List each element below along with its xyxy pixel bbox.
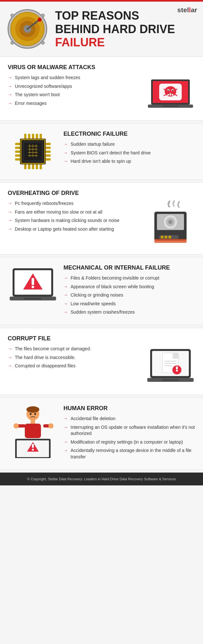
- list-item: System lags and sudden freezes: [8, 75, 140, 81]
- list-item: Unrecognized software/apps: [8, 83, 140, 90]
- section-virus: VIRUS OR MALWARE ATTACKS System lags and…: [0, 57, 203, 121]
- list-item: Modification of registry settings (in a …: [63, 439, 195, 446]
- section-virus-content: System lags and sudden freezes Unrecogni…: [8, 75, 140, 109]
- svg-rect-84: [173, 353, 179, 359]
- section-virus-image: [145, 75, 195, 113]
- svg-rect-47: [28, 164, 30, 169]
- section-mechanical: MECHANICAL OR INTERNAL FAILURE Files & F…: [0, 257, 203, 325]
- header: stellar TOP REASONS BE: [0, 2, 203, 54]
- list-item: Interrupting an OS update or software in…: [63, 424, 195, 437]
- list-item: Pc frequently reboots/freezes: [8, 200, 140, 207]
- section-human-title: HUMAN ERROR: [63, 405, 195, 412]
- list-item: Appearance of black screen while booting: [63, 284, 195, 290]
- section-mechanical-title: MECHANICAL OR INTERNAL FAILURE: [63, 264, 195, 271]
- list-item: Corrupted or disappeared files: [8, 363, 140, 369]
- list-item: Fans are either moving too slow or not a…: [8, 209, 140, 216]
- svg-rect-79: [24, 298, 42, 299]
- svg-rect-35: [15, 158, 20, 161]
- svg-point-96: [34, 413, 36, 415]
- svg-rect-42: [28, 134, 30, 139]
- header-hdd-image: [6, 7, 49, 51]
- svg-rect-98: [25, 424, 41, 438]
- svg-point-10: [41, 41, 44, 44]
- section-human-inner: HUMAN ERROR Accidental file deletion Int…: [8, 405, 195, 463]
- header-title-line3: FAILURE: [55, 36, 175, 49]
- svg-point-9: [11, 41, 14, 44]
- svg-rect-68: [169, 236, 171, 238]
- svg-rect-31: [15, 143, 20, 145]
- section-human-list: Accidental file deletion Interrupting an…: [63, 416, 195, 460]
- svg-point-77: [32, 286, 34, 288]
- list-item: The files become corrupt or damaged.: [8, 346, 140, 352]
- section-electronic: ELECTRONIC FAILURE Sudden startup failur…: [0, 123, 203, 180]
- header-text: TOP REASONS BEHIND HARD DRIVE FAILURE: [55, 9, 175, 49]
- section-overheat-content: Pc frequently reboots/freezes Fans are e…: [8, 200, 140, 235]
- list-item: Accidentally removing a storage device i…: [63, 447, 195, 460]
- section-virus-inner: System lags and sudden freezes Unrecogni…: [8, 75, 195, 113]
- svg-point-95: [30, 413, 32, 415]
- svg-rect-43: [32, 134, 34, 139]
- stellar-logo: stellar: [177, 6, 197, 14]
- svg-rect-36: [46, 143, 51, 145]
- svg-rect-97: [31, 420, 35, 424]
- list-item: Sudden startup failure: [63, 141, 195, 148]
- svg-rect-67: [165, 236, 167, 238]
- section-overheat-inner: Pc frequently reboots/freezes Fans are e…: [8, 200, 195, 247]
- svg-rect-27: [162, 106, 179, 107]
- svg-rect-34: [15, 154, 20, 157]
- svg-rect-89: [176, 366, 178, 369]
- section-electronic-image: [8, 131, 58, 172]
- section-electronic-inner: ELECTRONIC FAILURE Sudden startup failur…: [8, 131, 195, 172]
- svg-rect-39: [46, 154, 51, 157]
- svg-rect-37: [46, 147, 51, 149]
- section-virus-list: System lags and sudden freezes Unrecogni…: [8, 75, 140, 106]
- svg-rect-48: [32, 164, 34, 169]
- section-overheat-title: OVERHEATING OF DRIVE: [8, 190, 195, 197]
- section-corrupt-list: The files become corrupt or damaged. The…: [8, 346, 140, 369]
- svg-rect-38: [46, 151, 51, 153]
- header-title-line2: BEHIND HARD DRIVE: [55, 23, 175, 36]
- section-electronic-content: ELECTRONIC FAILURE Sudden startup failur…: [63, 131, 195, 167]
- svg-rect-66: [161, 236, 163, 238]
- svg-rect-33: [15, 151, 20, 153]
- svg-rect-22: [169, 94, 171, 96]
- svg-rect-107: [32, 444, 34, 448]
- section-corrupt-image: [145, 346, 195, 388]
- svg-rect-40: [46, 158, 51, 161]
- svg-rect-44: [36, 134, 38, 139]
- svg-rect-49: [36, 164, 38, 169]
- section-human-image: [8, 405, 58, 458]
- section-corrupt-content: The files become corrupt or damaged. The…: [8, 346, 140, 372]
- list-item: Hard drive isn't able to spin up: [63, 158, 195, 165]
- list-item: Accidental file deletion: [63, 416, 195, 422]
- list-item: Error messages: [8, 100, 140, 107]
- svg-rect-45: [40, 134, 42, 139]
- list-item: Clicking or grinding noises: [63, 292, 195, 299]
- section-electronic-title: ELECTRONIC FAILURE: [63, 131, 195, 137]
- footer: © Copyright, Stellar Data Recovery. Lead…: [0, 473, 203, 485]
- header-title-line1: TOP REASONS: [55, 9, 175, 22]
- svg-rect-32: [15, 147, 20, 149]
- svg-point-90: [176, 370, 178, 372]
- section-overheat-list: Pc frequently reboots/freezes Fans are e…: [8, 200, 140, 232]
- list-item: Sudden system crashes/freezes: [63, 309, 195, 316]
- section-corrupt-inner: The files become corrupt or damaged. The…: [8, 346, 195, 388]
- svg-point-8: [41, 14, 44, 17]
- section-corrupt: CORRUPT FILE The files become corrupt or…: [0, 328, 203, 395]
- svg-rect-41: [24, 134, 26, 139]
- svg-point-94: [26, 406, 39, 413]
- section-mechanical-content: MECHANICAL OR INTERNAL FAILURE Files & F…: [63, 264, 195, 318]
- list-item: Files & Folders becoming invisible or co…: [63, 275, 195, 281]
- section-corrupt-title: CORRUPT FILE: [8, 335, 195, 342]
- list-item: The system won't boot: [8, 92, 140, 98]
- svg-rect-76: [32, 278, 34, 285]
- list-item: Low read/write speeds: [63, 301, 195, 307]
- svg-rect-46: [24, 164, 26, 169]
- list-item: Desktop or Laptop gets heated soon after…: [8, 226, 140, 233]
- section-virus-title: VIRUS OR MALWARE ATTACKS: [8, 64, 195, 71]
- svg-point-101: [14, 423, 19, 428]
- footer-text: © Copyright, Stellar Data Recovery. Lead…: [27, 477, 176, 481]
- section-mechanical-list: Files & Folders becoming invisible or co…: [63, 275, 195, 316]
- section-electronic-list: Sudden startup failure System BIOS can't…: [63, 141, 195, 165]
- section-overheat: OVERHEATING OF DRIVE Pc frequently reboo…: [0, 182, 203, 254]
